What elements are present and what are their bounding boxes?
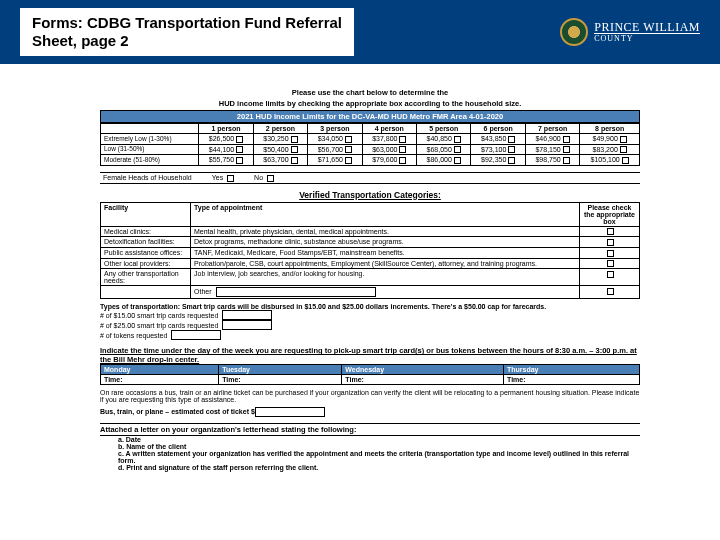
checkbox[interactable] <box>399 146 406 153</box>
checkbox[interactable] <box>563 157 570 164</box>
qty-input[interactable] <box>171 330 221 340</box>
attach-list: a. Date b. Name of the client c. A writt… <box>100 436 640 471</box>
checkbox[interactable] <box>454 157 461 164</box>
title-line-2: Sheet, page 2 <box>32 32 342 50</box>
rare-occasion-text: On rare occasions a bus, train or an air… <box>100 389 640 403</box>
checkbox[interactable] <box>620 136 627 143</box>
checkbox[interactable] <box>607 239 614 246</box>
checkbox[interactable] <box>454 136 461 143</box>
checkbox[interactable] <box>345 146 352 153</box>
checkbox[interactable] <box>345 157 352 164</box>
other-input[interactable] <box>216 287 376 297</box>
checkbox[interactable] <box>399 157 406 164</box>
checkbox[interactable] <box>236 146 243 153</box>
table-row: Any other transportation needs:Job inter… <box>101 269 640 286</box>
checkbox[interactable] <box>622 157 629 164</box>
intro-line-2: HUD income limits by checking the approp… <box>100 99 640 108</box>
county-name: PRINCE WILLIAM COUNTY <box>594 21 700 43</box>
checkbox[interactable] <box>508 157 515 164</box>
county-logo: PRINCE WILLIAM COUNTY <box>560 18 700 46</box>
checkbox[interactable] <box>399 136 406 143</box>
table-row: Facility Type of appointment Please chec… <box>101 202 640 226</box>
checkbox[interactable] <box>607 288 614 295</box>
table-row: Moderate (51-80%) $55,750 $63,700 $71,65… <box>101 155 640 166</box>
checkbox[interactable] <box>607 271 614 278</box>
checkbox[interactable] <box>607 260 614 267</box>
table-row: Extremely Low (1-30%) $26,500 $30,250 $3… <box>101 134 640 145</box>
title-line-1: Forms: CDBG Transportation Fund Referral <box>32 14 342 32</box>
checkbox-yes[interactable] <box>227 175 234 182</box>
form-page: Please use the chart below to determine … <box>0 64 720 471</box>
schedule-table: MondayTuesdayWednesdayThursday Time:Time… <box>100 364 640 385</box>
checkbox[interactable] <box>236 157 243 164</box>
female-head-row: Female Heads of Household Yes No <box>100 172 640 184</box>
types-of-transportation: Types of transportation: Smart trip card… <box>100 303 640 310</box>
table-row: Time:Time:Time:Time: <box>101 375 640 385</box>
table-row: Public assistance offices:TANF, Medicaid… <box>101 247 640 258</box>
categories-title: Verified Transportation Categories: <box>100 190 640 200</box>
income-table: 1 person2 person3 person4 person 5 perso… <box>100 123 640 166</box>
schedule-instruction: Indicate the time under the day of the w… <box>100 346 640 364</box>
table-row: MondayTuesdayWednesdayThursday <box>101 365 640 375</box>
table-row: Medical clinics:Mental health, private p… <box>101 226 640 237</box>
qty-input[interactable] <box>222 320 272 330</box>
table-row: Other local providers:Probation/parole, … <box>101 258 640 269</box>
checkbox[interactable] <box>291 136 298 143</box>
intro-line-1: Please use the chart below to determine … <box>100 88 640 97</box>
income-table-title: 2021 HUD Income Limits for the DC-VA-MD … <box>100 110 640 123</box>
checkbox[interactable] <box>607 250 614 257</box>
checkbox[interactable] <box>291 146 298 153</box>
slide-header: Forms: CDBG Transportation Fund Referral… <box>0 0 720 64</box>
cost-input[interactable] <box>255 407 325 417</box>
checkbox[interactable] <box>563 136 570 143</box>
checkbox[interactable] <box>454 146 461 153</box>
checkbox[interactable] <box>563 146 570 153</box>
checkbox[interactable] <box>508 146 515 153</box>
checkbox[interactable] <box>291 157 298 164</box>
seal-icon <box>560 18 588 46</box>
checkbox[interactable] <box>236 136 243 143</box>
checkbox[interactable] <box>620 146 627 153</box>
attach-header: Attached a letter on your organization's… <box>100 423 640 436</box>
table-row: Low (31-50%) $44,100 $50,400 $56,700 $63… <box>101 144 640 155</box>
checkbox[interactable] <box>345 136 352 143</box>
checkbox[interactable] <box>508 136 515 143</box>
checkbox[interactable] <box>607 228 614 235</box>
qty-input[interactable] <box>222 310 272 320</box>
table-row: 1 person2 person3 person4 person 5 perso… <box>101 124 640 134</box>
categories-table: Facility Type of appointment Please chec… <box>100 202 640 300</box>
checkbox-no[interactable] <box>267 175 274 182</box>
slide-title-box: Forms: CDBG Transportation Fund Referral… <box>20 8 354 56</box>
table-row: Other <box>101 286 640 299</box>
table-row: Detoxification facilities:Detox programs… <box>101 237 640 248</box>
